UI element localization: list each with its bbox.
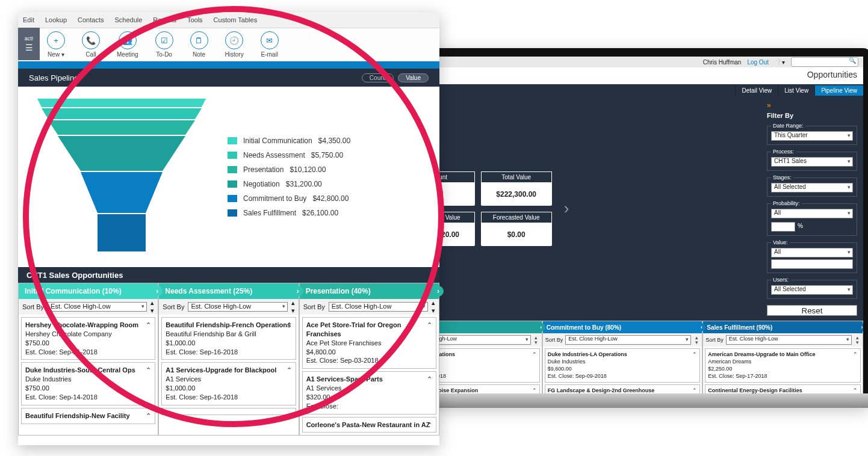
carousel-next-icon[interactable]: ›: [559, 199, 574, 218]
opportunity-card[interactable]: ⌃A1 Services-Spare PartsA1 Services$320.…: [302, 371, 436, 414]
legend-row: Sales Fulfillment$26,100.00: [228, 209, 350, 217]
toolbar-e-mail[interactable]: ✉E-mail: [261, 31, 279, 58]
stage-header[interactable]: Sales Fulfillment (90%)›: [703, 321, 863, 333]
opportunity-card[interactable]: ⌃: [161, 408, 296, 415]
toolbar-icon: 👥: [119, 31, 137, 49]
logout-link[interactable]: Log Out: [747, 59, 769, 66]
sort-updown-icon[interactable]: ▴▾: [150, 299, 154, 315]
toggle-count[interactable]: Count: [362, 73, 394, 82]
sort-updown-icon[interactable]: ▴▾: [291, 299, 295, 315]
filter-value-input[interactable]: [771, 259, 853, 269]
collapse-card-icon[interactable]: ⌃: [146, 321, 151, 330]
help-icon[interactable]: ❔▾: [775, 59, 785, 66]
filter-value-select[interactable]: All: [771, 248, 853, 257]
menu-edit[interactable]: Edit: [23, 16, 34, 23]
opportunity-card[interactable]: ⌃Corleone's Pasta-New Restaurant in AZ: [302, 417, 436, 433]
svg-rect-5: [98, 214, 146, 251]
legend-swatch: [228, 166, 237, 173]
sort-row: Sort ByEst. Close High-Low▴▾: [19, 299, 158, 315]
sort-row: Sort ByEst. Close High-Low▴▾: [300, 299, 439, 315]
collapse-card-icon[interactable]: ⌃: [427, 421, 432, 430]
stage-header[interactable]: Initial Communication (10%)›: [19, 283, 158, 299]
collapse-card-icon[interactable]: ⌃: [146, 366, 151, 375]
svg-marker-2: [48, 120, 195, 135]
app-menubar: Edit Lookup Contacts Schedule Reports To…: [18, 12, 439, 28]
toolbar-icon: 🕘: [225, 31, 243, 49]
sort-select[interactable]: Est. Close High-Low: [565, 335, 691, 345]
toolbar-meeting[interactable]: 👥Meeting: [117, 31, 138, 58]
collapse-card-icon[interactable]: ⌃: [427, 321, 432, 330]
opportunity-card[interactable]: ⌃Duke Industries-LA OperationsDuke Indus…: [545, 348, 701, 383]
toolbar-to-do[interactable]: ☑To-Do: [155, 31, 173, 58]
view-list[interactable]: List View: [778, 85, 814, 96]
stage-header[interactable]: Needs Assessment (25%)›: [159, 283, 298, 299]
toggle-value[interactable]: Value: [398, 73, 429, 82]
sort-select[interactable]: Est. Close High-Low: [726, 335, 852, 345]
legend-swatch: [228, 180, 237, 188]
sort-select[interactable]: Est. Close High-Low: [329, 302, 428, 312]
toolbar-icon: ☑: [155, 31, 173, 49]
toolbar-new-[interactable]: +New ▾: [47, 31, 65, 58]
filter-date-range-select[interactable]: This Quarter: [771, 131, 853, 141]
menu-tools[interactable]: Tools: [187, 16, 203, 23]
collapse-card-icon[interactable]: ⌃: [853, 387, 858, 394]
sort-updown-icon[interactable]: ▴▾: [432, 299, 435, 315]
accent-bar: [18, 61, 439, 69]
sort-row: Sort ByEst. Close High-Low▴▾: [543, 333, 702, 347]
toolbar-note[interactable]: 🗒Note: [190, 31, 208, 58]
toolbar: +New ▾📞Call👥Meeting☑To-Do🗒Note🕘History✉E…: [18, 28, 439, 61]
sort-select[interactable]: Est. Close High-Low: [188, 302, 287, 312]
menu-custom-tables[interactable]: Custom Tables: [214, 16, 258, 23]
filter-stages-select[interactable]: All Selected: [771, 183, 853, 193]
view-pipeline[interactable]: Pipeline View: [814, 85, 863, 96]
collapse-card-icon[interactable]: ⌃: [427, 375, 432, 384]
collapse-card-icon[interactable]: ⌃: [287, 321, 292, 330]
view-detail[interactable]: Detail View: [735, 85, 778, 96]
opportunity-card[interactable]: ⌃Beautiful Friendship-New Facility: [21, 408, 155, 424]
sidebar-brand[interactable]: act! ☰: [18, 28, 40, 60]
filter-probability-select[interactable]: All: [771, 209, 853, 218]
collapse-card-icon[interactable]: ⌃: [692, 351, 697, 358]
toolbar-icon: 📞: [82, 31, 100, 49]
opportunity-card[interactable]: ⌃A1 Services-Upgrade for BlackpoolA1 Ser…: [161, 362, 296, 405]
toolbar-call[interactable]: 📞Call: [82, 31, 100, 58]
funnel-legend: Initial Communication$4,350.00Needs Asse…: [228, 137, 350, 217]
opportunity-card[interactable]: ⌃Hershey Chocolate-Wrapping RoomHershey …: [21, 317, 155, 360]
sort-updown-icon[interactable]: ▴▾: [533, 335, 539, 345]
collapse-card-icon[interactable]: ⌃: [287, 411, 292, 421]
top-utility-bar: Chris Huffman Log Out ❔▾: [382, 57, 863, 67]
opportunity-card[interactable]: ⌃Duke Industries-South Central OpsDuke I…: [21, 362, 155, 405]
collapse-card-icon[interactable]: ⌃: [692, 387, 697, 394]
global-search-input[interactable]: [791, 57, 858, 67]
collapse-filter-icon[interactable]: »: [767, 101, 857, 109]
pipeline-title: Sales Pipeline: [29, 73, 78, 82]
sort-select[interactable]: Est. Close High-Low: [48, 302, 147, 312]
toolbar-history[interactable]: 🕘History: [225, 31, 244, 58]
hamburger-icon: ☰: [25, 43, 33, 52]
collapse-card-icon[interactable]: ⌃: [853, 351, 858, 358]
chevron-right-icon: ›: [537, 323, 545, 331]
stage-header[interactable]: Presentation (40%)›: [300, 283, 439, 299]
menu-reports[interactable]: Reports: [153, 16, 176, 23]
opportunity-card[interactable]: ⌃Ace Pet Store-Trial for Oregon Franchis…: [302, 317, 436, 369]
collapse-card-icon[interactable]: ⌃: [287, 366, 292, 375]
collapse-card-icon[interactable]: ⌃: [532, 351, 537, 358]
sort-updown-icon[interactable]: ▴▾: [854, 335, 860, 345]
metric-forecasted-value: Forecasted Value $0.00: [481, 212, 552, 246]
menu-schedule[interactable]: Schedule: [114, 16, 142, 23]
menu-contacts[interactable]: Contacts: [78, 16, 104, 23]
filter-process-select[interactable]: CHT1 Sales: [771, 157, 853, 167]
opportunity-card[interactable]: ⌃American Dreams-Upgrade to Main OfficeA…: [705, 348, 861, 383]
collapse-card-icon[interactable]: ⌃: [146, 411, 151, 421]
stage-column: Needs Assessment (25%)›Sort ByEst. Close…: [158, 283, 299, 436]
filter-reset-button[interactable]: Reset: [767, 305, 857, 316]
stage-column: Initial Communication (10%)›Sort ByEst. …: [18, 283, 158, 436]
legend-row: Negotiation$31,200.00: [228, 180, 350, 188]
menu-lookup[interactable]: Lookup: [45, 16, 67, 23]
collapse-card-icon[interactable]: ⌃: [532, 387, 537, 394]
filter-probability-input[interactable]: [771, 222, 795, 232]
opportunity-card[interactable]: ⌃Beautiful Friendship-French OperationsB…: [161, 317, 296, 360]
filter-users-select[interactable]: All Selected: [771, 285, 853, 295]
sort-updown-icon[interactable]: ▴▾: [693, 335, 699, 345]
stage-header[interactable]: Commitment to Buy (80%)›: [543, 321, 702, 333]
